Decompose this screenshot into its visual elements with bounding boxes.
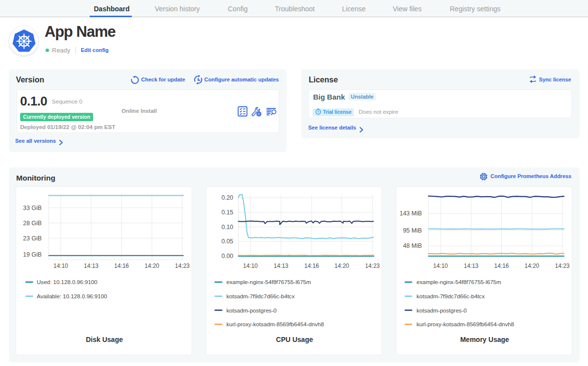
svg-text:kurl-proxy-kotsadm-8569fb6454-: kurl-proxy-kotsadm-8569fb6454-dnvh8 <box>416 321 514 327</box>
svg-text:kotsadm-postgres-0: kotsadm-postgres-0 <box>226 307 276 314</box>
svg-text:kotsadm-7f9dc7d66c-b4tcx: kotsadm-7f9dc7d66c-b4tcx <box>226 293 294 299</box>
svg-text:23 GiB: 23 GiB <box>23 235 42 242</box>
svg-text:0.10: 0.10 <box>221 224 233 231</box>
svg-text:14:23: 14:23 <box>175 262 190 269</box>
svg-text:14:10: 14:10 <box>433 262 448 269</box>
svg-text:14:23: 14:23 <box>365 262 380 269</box>
svg-text:33 GiB: 33 GiB <box>23 205 42 211</box>
svg-text:14:10: 14:10 <box>53 262 68 269</box>
svg-text:14:16: 14:16 <box>114 262 129 269</box>
svg-text:19 GiB: 19 GiB <box>23 251 42 258</box>
svg-text:14:23: 14:23 <box>555 262 569 269</box>
svg-text:14:20: 14:20 <box>524 262 539 269</box>
svg-text:example-nginx-54f8f76755-l675m: example-nginx-54f8f76755-l675m <box>416 279 501 285</box>
svg-text:Memory Usage: Memory Usage <box>460 336 509 343</box>
svg-text:0.20: 0.20 <box>221 194 233 201</box>
svg-text:143 MiB: 143 MiB <box>400 210 422 217</box>
svg-text:Available: 10.128.0.96:9100: Available: 10.128.0.96:9100 <box>37 293 107 299</box>
svg-text:0.00: 0.00 <box>221 253 233 260</box>
svg-text:14:20: 14:20 <box>145 262 159 269</box>
svg-text:kurl-proxy-kotsadm-8569fb6454-: kurl-proxy-kotsadm-8569fb6454-dnvh8 <box>226 321 324 327</box>
svg-text:14:16: 14:16 <box>494 262 509 269</box>
svg-text:0.05: 0.05 <box>221 238 233 245</box>
svg-text:14:16: 14:16 <box>304 262 319 269</box>
svg-text:28 GiB: 28 GiB <box>23 220 42 227</box>
svg-text:CPU Usage: CPU Usage <box>276 336 313 343</box>
svg-text:14:13: 14:13 <box>84 262 98 269</box>
svg-text:Used: 10.128.0.96:9100: Used: 10.128.0.96:9100 <box>37 279 98 285</box>
svg-text:kotsadm-7f9dc7d66c-b4tcx: kotsadm-7f9dc7d66c-b4tcx <box>416 293 485 299</box>
svg-text:14:13: 14:13 <box>464 262 478 269</box>
svg-text:example-nginx-54f8f76755-l675m: example-nginx-54f8f76755-l675m <box>226 279 311 285</box>
svg-text:95 MiB: 95 MiB <box>403 227 422 234</box>
svg-text:14:10: 14:10 <box>243 262 258 269</box>
svg-text:0.15: 0.15 <box>221 209 233 216</box>
svg-text:kotsadm-postgres-0: kotsadm-postgres-0 <box>416 307 466 314</box>
svg-text:14:13: 14:13 <box>273 262 288 269</box>
svg-text:14:20: 14:20 <box>334 262 349 269</box>
svg-text:48 MiB: 48 MiB <box>403 242 422 249</box>
svg-text:Disk Usage: Disk Usage <box>86 336 123 343</box>
